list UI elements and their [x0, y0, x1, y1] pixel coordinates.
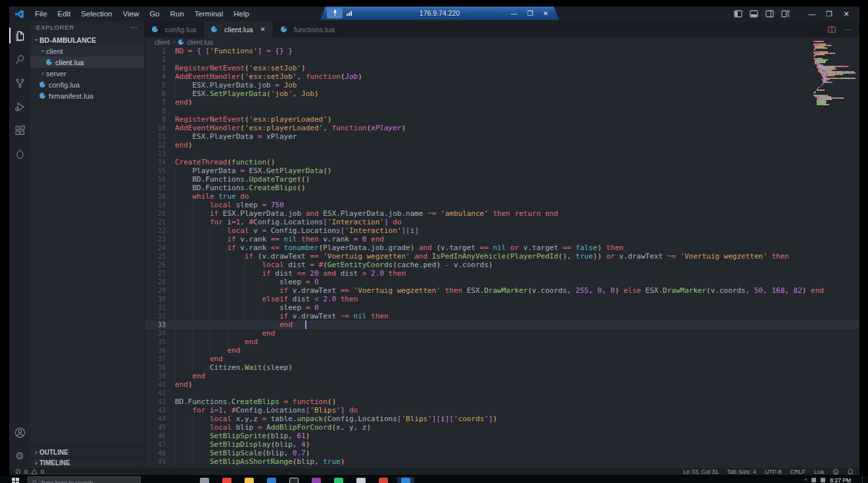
- code-line[interactable]: 25 if (v.drawText == 'Voertuig wegzetten…: [145, 252, 859, 261]
- code-line[interactable]: 21 for i=1, #Config.Locations['Interacti…: [145, 218, 859, 226]
- rdp-restore-button[interactable]: ❐: [527, 10, 533, 17]
- taskbar-icon-task-view[interactable]: [196, 477, 213, 483]
- code-line[interactable]: 2: [145, 55, 859, 64]
- code-editor[interactable]: 1BD = { ['Functions'] = {} }23RegisterNe…: [145, 47, 859, 468]
- feedback-smiley-icon[interactable]: [832, 469, 839, 475]
- code-line[interactable]: 30 elseif dist < 2.0 then: [145, 295, 859, 303]
- code-line[interactable]: 43 for i=1, #Config.Locations['Blips'] d…: [145, 406, 859, 415]
- code-line[interactable]: 35 end: [145, 338, 859, 346]
- breadcrumb-folder[interactable]: client: [155, 39, 170, 46]
- code-line[interactable]: 47 SetBlipDisplay(blip, 4): [145, 440, 859, 449]
- toggle-primary-sidebar-icon[interactable]: [734, 10, 742, 18]
- taskbar-icon-file-explorer[interactable]: [241, 477, 258, 483]
- code-line[interactable]: 48 SetBlipScale(blip, 0.7): [145, 449, 859, 457]
- code-line[interactable]: 12end): [145, 141, 859, 149]
- code-line[interactable]: 11 ESX.PlayerData = xPlayer: [145, 132, 859, 141]
- search-icon[interactable]: [9, 47, 30, 71]
- code-line[interactable]: 37 end: [145, 355, 859, 363]
- run-debug-icon[interactable]: [9, 95, 30, 118]
- taskbar-icon-vscode[interactable]: [397, 477, 414, 483]
- split-editor-icon[interactable]: [828, 26, 836, 34]
- tab-config.lua[interactable]: config.lua: [145, 21, 204, 38]
- tab-client.lua[interactable]: client.lua✕: [204, 21, 274, 38]
- code-line[interactable]: 39 end: [145, 372, 859, 380]
- menu-item-run[interactable]: Run: [165, 10, 189, 18]
- code-line[interactable]: 3RegisterNetEvent('esx:setJob'): [145, 64, 859, 72]
- restore-button[interactable]: ❐: [825, 7, 833, 21]
- errors-icon[interactable]: [15, 469, 21, 474]
- taskbar-search-input[interactable]: Type here to search: [28, 476, 141, 483]
- toggle-secondary-sidebar-icon[interactable]: [765, 10, 774, 18]
- code-line[interactable]: 29 if v.drawText == 'Voertuig wegzetten'…: [145, 286, 859, 295]
- tree-folder-bd-ambulance[interactable]: ›BD-AMBULANCE: [30, 34, 144, 45]
- tab-close-icon[interactable]: ✕: [260, 26, 266, 33]
- explorer-icon[interactable]: [9, 24, 30, 47]
- tray-icon[interactable]: [821, 478, 825, 482]
- code-line[interactable]: 46 SetBlipSprite(blip, 61): [145, 432, 859, 440]
- code-line[interactable]: 22 local v = Config.Locations['Interacti…: [145, 226, 859, 235]
- settings-gear-icon[interactable]: ⚙: [9, 444, 30, 468]
- source-control-icon[interactable]: [9, 71, 30, 95]
- code-line[interactable]: 6 ESX.SetPlayerData('job', Job): [145, 89, 859, 98]
- tree-folder-server[interactable]: ›server: [30, 68, 144, 79]
- errors-count[interactable]: 0: [24, 469, 28, 475]
- code-line[interactable]: 9RegisterNetEvent('esx:playerLoaded'): [145, 115, 859, 124]
- minimap[interactable]: [813, 41, 856, 105]
- tray-expand-icon[interactable]: ^: [805, 477, 808, 483]
- code-line[interactable]: 7end): [145, 98, 859, 107]
- code-line[interactable]: 24 if v.rank <= tonumber(PlayerData.job.…: [145, 243, 859, 252]
- code-line[interactable]: 33 end: [145, 320, 859, 329]
- code-line[interactable]: 17 BD.Functions.CreateBlips(): [145, 184, 859, 192]
- code-line[interactable]: 4AddEventHandler('esx:setJob', function(…: [145, 72, 859, 81]
- status-item[interactable]: UTF-8: [765, 469, 782, 475]
- taskbar-icon-terminal[interactable]: [285, 477, 302, 483]
- warnings-icon[interactable]: [31, 469, 37, 474]
- more-actions-icon[interactable]: ⋯: [844, 25, 852, 34]
- status-item[interactable]: Tab Size: 4: [727, 469, 756, 475]
- rdp-close-button[interactable]: ✕: [543, 10, 548, 17]
- show-desktop-button[interactable]: [862, 476, 864, 483]
- code-line[interactable]: 34 end: [145, 329, 859, 338]
- taskbar-icon-app-red[interactable]: [375, 477, 392, 483]
- code-line[interactable]: 49 SetBlipAsShortRange(blip, true): [145, 457, 859, 466]
- code-line[interactable]: 10AddEventHandler('esx:playerLoaded', fu…: [145, 124, 859, 132]
- code-line[interactable]: 13: [145, 149, 859, 158]
- taskbar-icon-app-blue[interactable]: [263, 477, 280, 483]
- taskbar-icon-chrome[interactable]: [218, 477, 235, 483]
- tree-file-fxmanifest.lua[interactable]: fxmanifest.lua: [30, 90, 144, 101]
- menu-item-edit[interactable]: Edit: [53, 10, 76, 18]
- code-line[interactable]: 40end): [145, 380, 859, 389]
- warnings-count[interactable]: 0: [41, 469, 44, 475]
- extensions-icon[interactable]: [9, 118, 30, 142]
- menu-item-selection[interactable]: Selection: [76, 10, 117, 18]
- taskbar-icon-app-green[interactable]: [330, 477, 347, 483]
- breadcrumb-file[interactable]: client.lua: [187, 39, 212, 46]
- code-line[interactable]: 1BD = { ['Functions'] = {} }: [145, 47, 859, 55]
- tree-file-config.lua[interactable]: config.lua: [30, 79, 144, 90]
- code-line[interactable]: 36 end: [145, 346, 859, 355]
- rdp-minimize-button[interactable]: —: [511, 10, 518, 17]
- close-button[interactable]: ✕: [842, 7, 850, 21]
- code-line[interactable]: 8: [145, 107, 859, 115]
- menu-item-file[interactable]: File: [30, 10, 53, 18]
- panel-timeline[interactable]: ›TIMELINE: [30, 457, 144, 468]
- panel-outline[interactable]: ›OUTLINE: [30, 447, 144, 457]
- code-line[interactable]: 19 local sleep = 750: [145, 201, 859, 209]
- code-line[interactable]: 16 BD.Functions.UpdateTarget(): [145, 175, 859, 184]
- code-line[interactable]: 42BD.Functions.CreateBlips = function(): [145, 397, 859, 406]
- leaf-extension-icon[interactable]: [9, 142, 30, 166]
- explorer-more-actions[interactable]: ⋯: [130, 23, 138, 32]
- code-line[interactable]: 14CreateThread(function(): [145, 158, 859, 166]
- code-line[interactable]: 5 ESX.PlayerData.job = Job: [145, 81, 859, 89]
- code-line[interactable]: 15 PlayerData = ESX.GetPlayerData(): [145, 166, 859, 175]
- code-line[interactable]: 18 while true do: [145, 192, 859, 201]
- toggle-panel-icon[interactable]: [750, 10, 758, 18]
- notifications-bell-icon[interactable]: [848, 469, 854, 475]
- status-item[interactable]: CRLF: [790, 469, 806, 475]
- code-line[interactable]: 45 local blip = AddBlipForCoord(x, y, z): [145, 423, 859, 432]
- tree-folder-client[interactable]: ›client: [30, 45, 144, 57]
- menu-item-view[interactable]: View: [118, 10, 145, 18]
- menu-item-go[interactable]: Go: [144, 10, 164, 18]
- account-icon[interactable]: [9, 420, 30, 444]
- taskbar-clock[interactable]: 8:27 PM: [830, 477, 857, 483]
